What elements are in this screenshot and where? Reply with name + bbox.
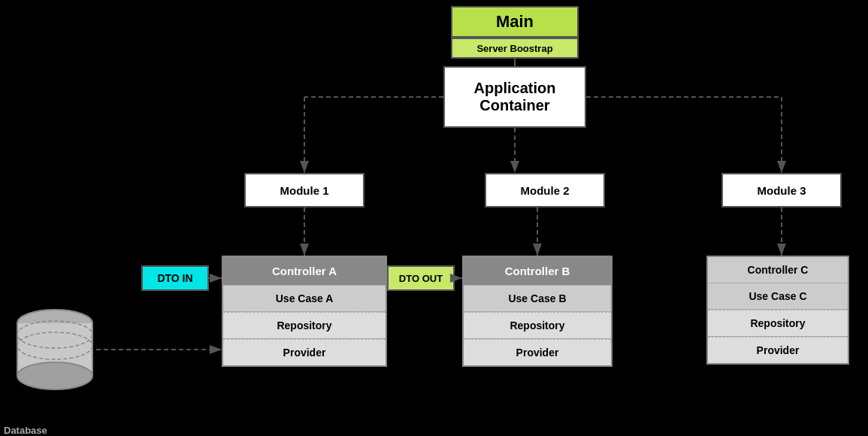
use-case-a-label: Use Case A	[276, 292, 334, 304]
module1-label: Module 1	[280, 184, 328, 197]
server-bootstrap-label: Server Boostrap	[476, 43, 552, 54]
controller-b-row: Controller B	[464, 257, 611, 286]
module3-label: Module 3	[757, 184, 806, 197]
module3-inner-container: Controller C Use Case C Repository Provi…	[706, 256, 849, 365]
controller-b-label: Controller B	[505, 265, 570, 277]
diagram: Main Server Boostrap ApplicationContaine…	[0, 0, 868, 436]
repository-c-label: Repository	[750, 317, 805, 329]
repository-a-row: Repository	[223, 312, 386, 339]
database-text: Database	[4, 425, 47, 436]
repository-b-row: Repository	[464, 312, 611, 339]
database-icon	[14, 301, 96, 406]
controller-c-label: Controller C	[748, 264, 809, 276]
dto-in-box: DTO IN	[141, 265, 209, 291]
provider-c-label: Provider	[757, 344, 800, 356]
controller-c-row: Controller C	[708, 257, 848, 283]
use-case-b-label: Use Case B	[508, 292, 566, 304]
repository-b-label: Repository	[510, 319, 564, 332]
provider-b-row: Provider	[464, 339, 611, 365]
database-label: Database	[4, 425, 47, 436]
use-case-c-row: Use Case C	[708, 283, 848, 310]
module2-box: Module 2	[485, 173, 605, 207]
module2-inner-container: Controller B Use Case B Repository Provi…	[462, 256, 612, 367]
use-case-b-row: Use Case B	[464, 286, 611, 312]
main-label: Main	[496, 12, 534, 32]
repository-c-row: Repository	[708, 310, 848, 337]
provider-a-label: Provider	[283, 347, 326, 359]
provider-b-label: Provider	[516, 347, 559, 359]
app-container-label: ApplicationContainer	[474, 80, 556, 114]
controller-a-row: Controller A	[223, 257, 386, 286]
svg-point-2	[17, 362, 92, 389]
repository-a-label: Repository	[277, 319, 331, 332]
use-case-a-row: Use Case A	[223, 286, 386, 312]
dto-out-label: DTO OUT	[399, 273, 443, 284]
app-container-box: ApplicationContainer	[443, 66, 586, 128]
server-bootstrap-box: Server Boostrap	[451, 38, 579, 59]
provider-a-row: Provider	[223, 339, 386, 365]
provider-c-row: Provider	[708, 337, 848, 363]
module1-box: Module 1	[244, 173, 364, 207]
dto-in-label: DTO IN	[157, 272, 192, 284]
dto-out-box: DTO OUT	[387, 265, 455, 291]
controller-a-label: Controller A	[272, 265, 337, 277]
module2-label: Module 2	[520, 184, 569, 197]
main-box: Main	[451, 6, 579, 38]
module1-inner-container: Controller A Use Case A Repository Provi…	[222, 256, 387, 367]
module3-box: Module 3	[721, 173, 842, 207]
use-case-c-label: Use Case C	[749, 290, 806, 302]
arrows-overlay	[0, 0, 868, 436]
